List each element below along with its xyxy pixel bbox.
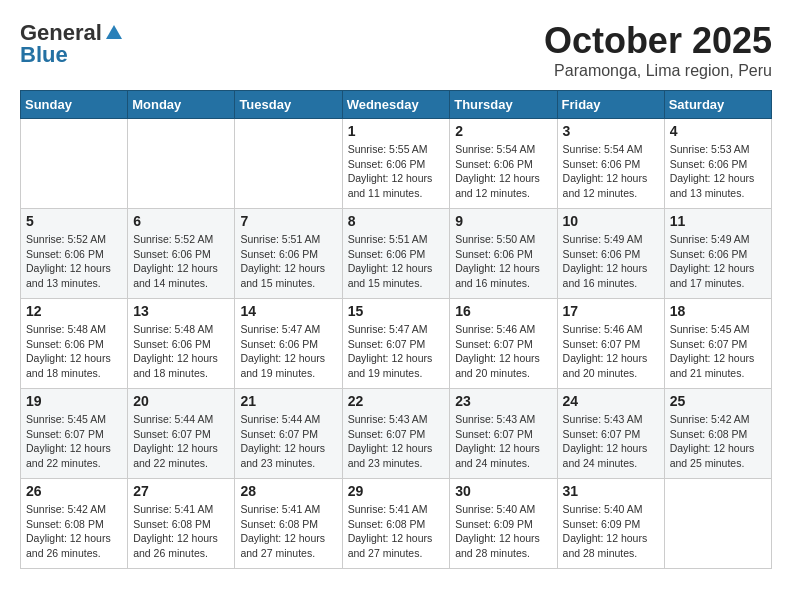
day-number: 26 <box>26 483 122 499</box>
header-day-monday: Monday <box>128 91 235 119</box>
day-number: 16 <box>455 303 551 319</box>
day-number: 24 <box>563 393 659 409</box>
header-day-sunday: Sunday <box>21 91 128 119</box>
day-number: 14 <box>240 303 336 319</box>
day-number: 31 <box>563 483 659 499</box>
day-info: Sunrise: 5:51 AM Sunset: 6:06 PM Dayligh… <box>348 232 445 291</box>
calendar-cell: 21Sunrise: 5:44 AM Sunset: 6:07 PM Dayli… <box>235 389 342 479</box>
calendar-header-row: SundayMondayTuesdayWednesdayThursdayFrid… <box>21 91 772 119</box>
calendar-cell: 25Sunrise: 5:42 AM Sunset: 6:08 PM Dayli… <box>664 389 771 479</box>
calendar-cell: 6Sunrise: 5:52 AM Sunset: 6:06 PM Daylig… <box>128 209 235 299</box>
day-number: 19 <box>26 393 122 409</box>
calendar-cell: 12Sunrise: 5:48 AM Sunset: 6:06 PM Dayli… <box>21 299 128 389</box>
day-info: Sunrise: 5:43 AM Sunset: 6:07 PM Dayligh… <box>563 412 659 471</box>
day-number: 3 <box>563 123 659 139</box>
day-info: Sunrise: 5:55 AM Sunset: 6:06 PM Dayligh… <box>348 142 445 201</box>
month-title: October 2025 <box>544 20 772 62</box>
calendar-cell: 7Sunrise: 5:51 AM Sunset: 6:06 PM Daylig… <box>235 209 342 299</box>
day-info: Sunrise: 5:40 AM Sunset: 6:09 PM Dayligh… <box>455 502 551 561</box>
calendar-cell <box>235 119 342 209</box>
day-number: 17 <box>563 303 659 319</box>
day-info: Sunrise: 5:41 AM Sunset: 6:08 PM Dayligh… <box>348 502 445 561</box>
calendar-cell: 3Sunrise: 5:54 AM Sunset: 6:06 PM Daylig… <box>557 119 664 209</box>
calendar-cell: 28Sunrise: 5:41 AM Sunset: 6:08 PM Dayli… <box>235 479 342 569</box>
calendar-body: 1Sunrise: 5:55 AM Sunset: 6:06 PM Daylig… <box>21 119 772 569</box>
day-number: 5 <box>26 213 122 229</box>
day-info: Sunrise: 5:46 AM Sunset: 6:07 PM Dayligh… <box>563 322 659 381</box>
day-info: Sunrise: 5:51 AM Sunset: 6:06 PM Dayligh… <box>240 232 336 291</box>
day-number: 27 <box>133 483 229 499</box>
location: Paramonga, Lima region, Peru <box>544 62 772 80</box>
calendar-cell: 29Sunrise: 5:41 AM Sunset: 6:08 PM Dayli… <box>342 479 450 569</box>
day-info: Sunrise: 5:41 AM Sunset: 6:08 PM Dayligh… <box>240 502 336 561</box>
day-number: 7 <box>240 213 336 229</box>
day-info: Sunrise: 5:47 AM Sunset: 6:07 PM Dayligh… <box>348 322 445 381</box>
calendar-cell: 4Sunrise: 5:53 AM Sunset: 6:06 PM Daylig… <box>664 119 771 209</box>
day-number: 23 <box>455 393 551 409</box>
calendar-cell: 20Sunrise: 5:44 AM Sunset: 6:07 PM Dayli… <box>128 389 235 479</box>
day-info: Sunrise: 5:52 AM Sunset: 6:06 PM Dayligh… <box>26 232 122 291</box>
calendar-cell: 16Sunrise: 5:46 AM Sunset: 6:07 PM Dayli… <box>450 299 557 389</box>
day-number: 28 <box>240 483 336 499</box>
day-number: 4 <box>670 123 766 139</box>
calendar-cell: 19Sunrise: 5:45 AM Sunset: 6:07 PM Dayli… <box>21 389 128 479</box>
calendar-cell <box>664 479 771 569</box>
calendar-cell: 2Sunrise: 5:54 AM Sunset: 6:06 PM Daylig… <box>450 119 557 209</box>
calendar-week-3: 12Sunrise: 5:48 AM Sunset: 6:06 PM Dayli… <box>21 299 772 389</box>
day-number: 13 <box>133 303 229 319</box>
header-day-thursday: Thursday <box>450 91 557 119</box>
day-info: Sunrise: 5:53 AM Sunset: 6:06 PM Dayligh… <box>670 142 766 201</box>
day-info: Sunrise: 5:42 AM Sunset: 6:08 PM Dayligh… <box>670 412 766 471</box>
calendar-cell: 8Sunrise: 5:51 AM Sunset: 6:06 PM Daylig… <box>342 209 450 299</box>
day-number: 25 <box>670 393 766 409</box>
day-info: Sunrise: 5:52 AM Sunset: 6:06 PM Dayligh… <box>133 232 229 291</box>
day-number: 9 <box>455 213 551 229</box>
day-number: 1 <box>348 123 445 139</box>
calendar-cell: 18Sunrise: 5:45 AM Sunset: 6:07 PM Dayli… <box>664 299 771 389</box>
svg-marker-0 <box>106 25 122 39</box>
calendar-cell: 27Sunrise: 5:41 AM Sunset: 6:08 PM Dayli… <box>128 479 235 569</box>
calendar-cell: 24Sunrise: 5:43 AM Sunset: 6:07 PM Dayli… <box>557 389 664 479</box>
logo-blue-text: Blue <box>20 42 68 68</box>
day-info: Sunrise: 5:43 AM Sunset: 6:07 PM Dayligh… <box>455 412 551 471</box>
day-info: Sunrise: 5:43 AM Sunset: 6:07 PM Dayligh… <box>348 412 445 471</box>
calendar-week-1: 1Sunrise: 5:55 AM Sunset: 6:06 PM Daylig… <box>21 119 772 209</box>
day-info: Sunrise: 5:45 AM Sunset: 6:07 PM Dayligh… <box>670 322 766 381</box>
calendar-cell: 10Sunrise: 5:49 AM Sunset: 6:06 PM Dayli… <box>557 209 664 299</box>
calendar-week-2: 5Sunrise: 5:52 AM Sunset: 6:06 PM Daylig… <box>21 209 772 299</box>
day-number: 20 <box>133 393 229 409</box>
day-info: Sunrise: 5:45 AM Sunset: 6:07 PM Dayligh… <box>26 412 122 471</box>
header-day-tuesday: Tuesday <box>235 91 342 119</box>
day-number: 8 <box>348 213 445 229</box>
day-info: Sunrise: 5:40 AM Sunset: 6:09 PM Dayligh… <box>563 502 659 561</box>
day-number: 6 <box>133 213 229 229</box>
day-number: 15 <box>348 303 445 319</box>
calendar-cell: 23Sunrise: 5:43 AM Sunset: 6:07 PM Dayli… <box>450 389 557 479</box>
header-day-friday: Friday <box>557 91 664 119</box>
calendar-cell: 1Sunrise: 5:55 AM Sunset: 6:06 PM Daylig… <box>342 119 450 209</box>
calendar-cell: 17Sunrise: 5:46 AM Sunset: 6:07 PM Dayli… <box>557 299 664 389</box>
day-info: Sunrise: 5:47 AM Sunset: 6:06 PM Dayligh… <box>240 322 336 381</box>
day-info: Sunrise: 5:54 AM Sunset: 6:06 PM Dayligh… <box>563 142 659 201</box>
day-info: Sunrise: 5:46 AM Sunset: 6:07 PM Dayligh… <box>455 322 551 381</box>
day-number: 10 <box>563 213 659 229</box>
calendar-cell: 30Sunrise: 5:40 AM Sunset: 6:09 PM Dayli… <box>450 479 557 569</box>
day-info: Sunrise: 5:44 AM Sunset: 6:07 PM Dayligh… <box>133 412 229 471</box>
calendar-cell: 15Sunrise: 5:47 AM Sunset: 6:07 PM Dayli… <box>342 299 450 389</box>
day-info: Sunrise: 5:44 AM Sunset: 6:07 PM Dayligh… <box>240 412 336 471</box>
calendar-cell: 11Sunrise: 5:49 AM Sunset: 6:06 PM Dayli… <box>664 209 771 299</box>
day-info: Sunrise: 5:50 AM Sunset: 6:06 PM Dayligh… <box>455 232 551 291</box>
day-number: 2 <box>455 123 551 139</box>
day-number: 21 <box>240 393 336 409</box>
day-info: Sunrise: 5:54 AM Sunset: 6:06 PM Dayligh… <box>455 142 551 201</box>
day-info: Sunrise: 5:42 AM Sunset: 6:08 PM Dayligh… <box>26 502 122 561</box>
calendar-cell: 31Sunrise: 5:40 AM Sunset: 6:09 PM Dayli… <box>557 479 664 569</box>
day-number: 18 <box>670 303 766 319</box>
day-info: Sunrise: 5:48 AM Sunset: 6:06 PM Dayligh… <box>26 322 122 381</box>
calendar-week-5: 26Sunrise: 5:42 AM Sunset: 6:08 PM Dayli… <box>21 479 772 569</box>
logo-icon <box>104 23 124 43</box>
calendar-cell: 5Sunrise: 5:52 AM Sunset: 6:06 PM Daylig… <box>21 209 128 299</box>
day-number: 12 <box>26 303 122 319</box>
page-header: General Blue October 2025 Paramonga, Lim… <box>20 20 772 80</box>
calendar-cell: 22Sunrise: 5:43 AM Sunset: 6:07 PM Dayli… <box>342 389 450 479</box>
